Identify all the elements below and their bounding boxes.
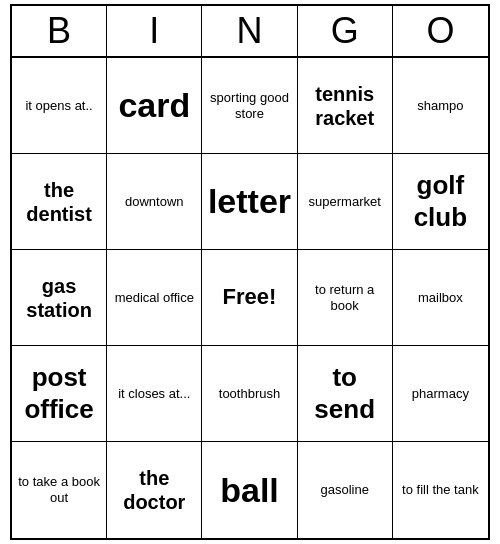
- cell-text-22: ball: [220, 470, 279, 511]
- header-letter-o: O: [393, 6, 488, 56]
- bingo-cell-17: toothbrush: [202, 346, 297, 442]
- bingo-cell-4: shampo: [393, 58, 488, 154]
- bingo-cell-5: the dentist: [12, 154, 107, 250]
- bingo-cell-3: tennis racket: [298, 58, 393, 154]
- bingo-cell-23: gasoline: [298, 442, 393, 538]
- bingo-cell-21: the doctor: [107, 442, 202, 538]
- bingo-cell-9: golf club: [393, 154, 488, 250]
- bingo-cell-16: it closes at...: [107, 346, 202, 442]
- bingo-card: BINGO it opens at..cardsporting good sto…: [10, 4, 490, 540]
- cell-text-17: toothbrush: [219, 386, 280, 402]
- cell-text-3: tennis racket: [302, 82, 388, 130]
- bingo-cell-0: it opens at..: [12, 58, 107, 154]
- bingo-header: BINGO: [12, 6, 488, 58]
- header-letter-g: G: [298, 6, 393, 56]
- cell-text-19: pharmacy: [412, 386, 469, 402]
- header-letter-b: B: [12, 6, 107, 56]
- cell-text-12: Free!: [223, 284, 277, 310]
- cell-text-21: the doctor: [111, 466, 197, 514]
- cell-text-10: gas station: [16, 274, 102, 322]
- bingo-cell-15: post office: [12, 346, 107, 442]
- cell-text-0: it opens at..: [25, 98, 92, 114]
- cell-text-6: downtown: [125, 194, 184, 210]
- bingo-cell-12: Free!: [202, 250, 297, 346]
- cell-text-23: gasoline: [320, 482, 368, 498]
- bingo-cell-2: sporting good store: [202, 58, 297, 154]
- bingo-cell-1: card: [107, 58, 202, 154]
- bingo-cell-20: to take a book out: [12, 442, 107, 538]
- cell-text-16: it closes at...: [118, 386, 190, 402]
- bingo-cell-11: medical office: [107, 250, 202, 346]
- header-letter-i: I: [107, 6, 202, 56]
- cell-text-14: mailbox: [418, 290, 463, 306]
- cell-text-13: to return a book: [302, 282, 388, 313]
- cell-text-7: letter: [208, 181, 291, 222]
- cell-text-24: to fill the tank: [402, 482, 479, 498]
- bingo-cell-13: to return a book: [298, 250, 393, 346]
- bingo-grid: it opens at..cardsporting good storetenn…: [12, 58, 488, 538]
- bingo-cell-24: to fill the tank: [393, 442, 488, 538]
- bingo-cell-19: pharmacy: [393, 346, 488, 442]
- cell-text-11: medical office: [115, 290, 194, 306]
- cell-text-2: sporting good store: [206, 90, 292, 121]
- cell-text-1: card: [118, 85, 190, 126]
- cell-text-15: post office: [16, 362, 102, 424]
- bingo-cell-18: to send: [298, 346, 393, 442]
- bingo-cell-8: supermarket: [298, 154, 393, 250]
- header-letter-n: N: [202, 6, 297, 56]
- cell-text-5: the dentist: [16, 178, 102, 226]
- bingo-cell-7: letter: [202, 154, 297, 250]
- cell-text-18: to send: [302, 362, 388, 424]
- cell-text-9: golf club: [397, 170, 484, 232]
- bingo-cell-22: ball: [202, 442, 297, 538]
- cell-text-8: supermarket: [309, 194, 381, 210]
- cell-text-20: to take a book out: [16, 474, 102, 505]
- bingo-cell-6: downtown: [107, 154, 202, 250]
- cell-text-4: shampo: [417, 98, 463, 114]
- bingo-cell-10: gas station: [12, 250, 107, 346]
- bingo-cell-14: mailbox: [393, 250, 488, 346]
